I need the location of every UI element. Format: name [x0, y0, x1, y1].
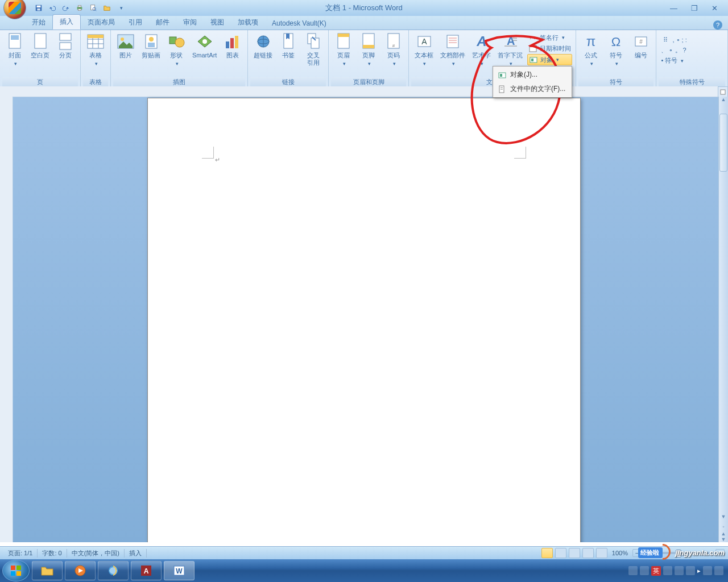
tray-network-icon[interactable]	[703, 566, 712, 575]
btn-hyperlink[interactable]: 超链接	[250, 31, 276, 60]
btn-special-q[interactable]: 、 ∘ 。 ?	[660, 45, 688, 55]
view-print-layout[interactable]	[541, 548, 553, 558]
tray-icon-5[interactable]	[686, 566, 695, 575]
btn-bookmark[interactable]: 书签	[276, 31, 301, 60]
scrollbar-thumb[interactable]	[719, 114, 727, 172]
tab-insert[interactable]: 插入	[52, 14, 81, 30]
status-words[interactable]: 字数: 0	[38, 549, 67, 558]
btn-parts[interactable]: 文档部件▾	[437, 31, 469, 69]
menu-item-textfile[interactable]: 文件中的文字(F)...	[494, 82, 570, 96]
document-area: ↵ ▲ ▼ ◦ ▲ ▼	[0, 86, 728, 542]
btn-textbox[interactable]: A文本框▾	[411, 31, 437, 69]
btn-chart[interactable]: 图表	[220, 31, 245, 60]
qat-undo-icon[interactable]	[47, 2, 58, 14]
tab-addins[interactable]: 加载项	[231, 15, 265, 30]
svg-point-27	[202, 39, 207, 44]
btn-wordart[interactable]: A艺术字▾	[469, 31, 494, 69]
help-button[interactable]: ?	[713, 20, 722, 30]
btn-special-grid[interactable]: ⠿, ∘ ; :	[660, 35, 688, 45]
view-full-screen[interactable]	[555, 548, 566, 558]
tab-layout[interactable]: 页面布局	[81, 15, 122, 30]
horizontal-ruler[interactable]	[13, 86, 719, 97]
maximize-button[interactable]: ❐	[688, 3, 701, 14]
status-lang[interactable]: 中文(简体，中国)	[67, 549, 125, 558]
qat-print-icon[interactable]	[74, 2, 85, 14]
btn-special-symbol[interactable]: • 符号▾	[660, 56, 688, 65]
svg-rect-4	[78, 6, 81, 7]
minimize-button[interactable]: —	[667, 3, 681, 14]
tab-references[interactable]: 引用	[122, 15, 149, 30]
picture-icon	[117, 32, 135, 51]
number-icon: #	[632, 32, 650, 51]
tray-icon-1[interactable]	[628, 566, 638, 575]
tray-icon-4[interactable]	[675, 566, 684, 575]
btn-table[interactable]: 表格▾	[83, 31, 108, 69]
btn-header[interactable]: 页眉▾	[331, 31, 356, 69]
tray-icon-2[interactable]	[640, 566, 649, 575]
ruler-toggle[interactable]	[718, 86, 728, 98]
qat-open-icon[interactable]	[101, 2, 113, 14]
btn-signature[interactable]: 签名行▾	[527, 32, 572, 43]
window-controls: — ❐ ✕	[667, 3, 728, 14]
view-outline[interactable]	[582, 548, 594, 558]
btn-blank-page[interactable]: 空白页	[27, 31, 53, 60]
btn-symbol[interactable]: Ω符号▾	[603, 31, 628, 69]
document-page[interactable]: ↵	[147, 98, 581, 542]
tray-icon-3[interactable]	[663, 566, 672, 575]
start-button[interactable]	[2, 560, 30, 581]
view-draft[interactable]	[596, 548, 607, 558]
qat-preview-icon[interactable]	[88, 2, 99, 14]
svg-rect-29	[230, 38, 234, 48]
btn-dropcap[interactable]: A首字下沉▾	[494, 31, 526, 69]
svg-rect-24	[148, 43, 155, 47]
tab-view[interactable]: 视图	[204, 15, 231, 30]
close-button[interactable]: ✕	[708, 3, 721, 14]
qat-dropdown-icon[interactable]: ▾	[115, 2, 126, 14]
btn-crossref[interactable]: 交叉 引用	[301, 31, 326, 68]
taskbar-autocad[interactable]: A	[131, 561, 162, 580]
watermark-url: jingyanla.com	[675, 548, 725, 557]
btn-pagenum[interactable]: #页码▾	[381, 31, 406, 69]
status-mode[interactable]: 插入	[125, 549, 147, 558]
vertical-scrollbar[interactable]: ▲ ▼ ◦ ▲ ▼	[718, 97, 728, 542]
dot-grid-icon: ⠿	[661, 35, 670, 44]
taskbar-ie[interactable]	[98, 561, 129, 580]
svg-rect-13	[60, 43, 71, 49]
btn-picture[interactable]: 图片	[113, 31, 138, 60]
btn-page-break[interactable]: 分页	[53, 31, 78, 60]
status-page[interactable]: 页面: 1/1	[3, 549, 38, 558]
btn-smartart[interactable]: SmartArt	[189, 31, 220, 60]
btn-cover-page[interactable]: 封面▾	[2, 31, 27, 69]
btn-clipart[interactable]: 剪贴画	[138, 31, 164, 60]
watermark: 经验啦 jingyanla.com	[638, 547, 725, 558]
qat-save-icon[interactable]	[33, 2, 44, 14]
tab-review[interactable]: 审阅	[176, 15, 204, 30]
btn-shapes[interactable]: 形状▾	[164, 31, 189, 69]
tray-ime[interactable]: 英	[651, 566, 661, 576]
btn-object[interactable]: 对象▾	[527, 54, 572, 65]
tab-home[interactable]: 开始	[25, 15, 52, 30]
tab-vault[interactable]: Autodesk Vault(K)	[265, 17, 333, 30]
group-links: 超链接 书签 交叉 引用 链接	[248, 30, 329, 87]
btn-number[interactable]: #编号	[628, 31, 653, 60]
svg-text:π: π	[586, 34, 596, 49]
view-web-layout[interactable]	[569, 548, 580, 558]
btn-equation[interactable]: π公式▾	[578, 31, 603, 69]
taskbar-explorer[interactable]	[32, 561, 63, 580]
qat-redo-icon[interactable]	[60, 2, 72, 14]
tray-arrow[interactable]: ▸	[697, 567, 701, 575]
btn-footer[interactable]: 页脚▾	[356, 31, 381, 69]
btn-datetime[interactable]: 日期和时间	[527, 43, 572, 53]
tray-sound-icon[interactable]	[714, 566, 723, 575]
tab-mail[interactable]: 邮件	[149, 15, 176, 30]
svg-rect-55	[530, 45, 536, 47]
status-zoom[interactable]: 100%	[612, 550, 628, 556]
group-headerfooter-label: 页眉和页脚	[331, 77, 406, 87]
vertical-ruler[interactable]	[0, 86, 13, 542]
taskbar-word[interactable]: W	[164, 561, 195, 580]
smartart-icon	[196, 32, 214, 51]
crossref-icon	[304, 32, 322, 51]
svg-rect-40	[363, 45, 374, 48]
menu-item-object[interactable]: 对象(J)...	[494, 68, 570, 82]
taskbar-media-player[interactable]	[65, 561, 96, 580]
